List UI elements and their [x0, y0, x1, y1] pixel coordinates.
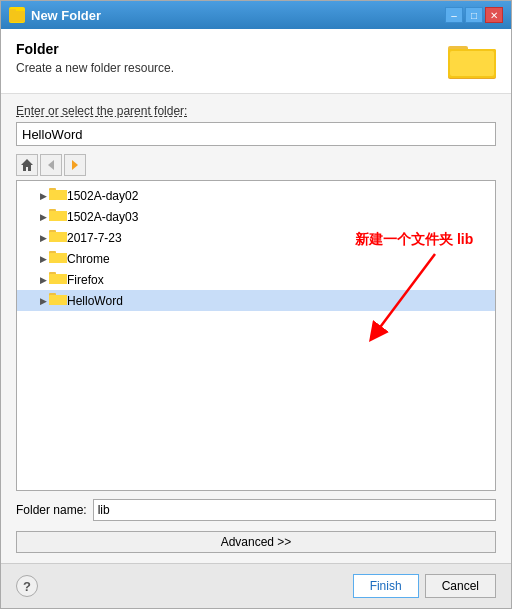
tree-label-2017-7-23: 2017-7-23: [67, 231, 122, 245]
forward-button[interactable]: [64, 154, 86, 176]
folder-icon-1502A-day03: [49, 208, 67, 225]
tree-arrow-HelloWord: ▶: [37, 295, 49, 307]
tree-label-HelloWord: HelloWord: [67, 294, 123, 308]
tree-item-1502A-day03[interactable]: ▶ 1502A-day03: [17, 206, 495, 227]
folder-icon-HelloWord: [49, 292, 67, 309]
finish-button[interactable]: Finish: [353, 574, 419, 598]
tree-label-Firefox: Firefox: [67, 273, 104, 287]
folder-icon-1502A-day02: [49, 187, 67, 204]
svg-rect-14: [49, 211, 67, 221]
minimize-button[interactable]: –: [445, 7, 463, 23]
tree-toolbar: [16, 154, 496, 176]
back-button[interactable]: [40, 154, 62, 176]
folder-name-row: Folder name:: [16, 499, 496, 521]
help-button[interactable]: ?: [16, 575, 38, 597]
parent-folder-input[interactable]: [16, 122, 496, 146]
window-controls: – □ ✕: [445, 7, 503, 23]
svg-rect-20: [49, 253, 67, 263]
header-subtitle: Create a new folder resource.: [16, 61, 174, 75]
new-folder-dialog: New Folder – □ ✕ Folder Create a new fol…: [0, 0, 512, 609]
maximize-button[interactable]: □: [465, 7, 483, 23]
svg-rect-23: [49, 274, 67, 284]
tree-arrow-1502A-day02: ▶: [37, 190, 49, 202]
tree-arrow-Chrome: ▶: [37, 253, 49, 265]
svg-marker-8: [72, 160, 78, 170]
title-bar: New Folder – □ ✕: [1, 1, 511, 29]
svg-rect-17: [49, 232, 67, 242]
svg-rect-26: [49, 295, 67, 305]
svg-marker-6: [21, 159, 33, 171]
svg-rect-11: [49, 190, 67, 200]
footer-buttons: Finish Cancel: [353, 574, 496, 598]
close-button[interactable]: ✕: [485, 7, 503, 23]
tree-item-2017-7-23[interactable]: ▶ 2017-7-23: [17, 227, 495, 248]
folder-tree[interactable]: ▶ 1502A-day02▶ 1502A-day03▶ 2017-7-23▶ C…: [16, 180, 496, 491]
header-title: Folder: [16, 41, 174, 57]
tree-arrow-1502A-day03: ▶: [37, 211, 49, 223]
folder-name-label: Folder name:: [16, 503, 87, 517]
dialog-title: New Folder: [31, 8, 101, 23]
tree-label-1502A-day03: 1502A-day03: [67, 210, 138, 224]
tree-arrow-2017-7-23: ▶: [37, 232, 49, 244]
folder-large-icon: [448, 41, 496, 81]
parent-folder-label: Enter or select the parent folder:: [16, 104, 496, 118]
cancel-button[interactable]: Cancel: [425, 574, 496, 598]
tree-arrow-Firefox: ▶: [37, 274, 49, 286]
dialog-icon: [9, 7, 25, 23]
tree-label-1502A-day02: 1502A-day02: [67, 189, 138, 203]
folder-icon-Chrome: [49, 250, 67, 267]
tree-item-Chrome[interactable]: ▶ Chrome: [17, 248, 495, 269]
header-section: Folder Create a new folder resource.: [1, 29, 511, 94]
folder-name-input[interactable]: [93, 499, 496, 521]
main-content: Enter or select the parent folder:: [1, 94, 511, 563]
tree-item-Firefox[interactable]: ▶ Firefox: [17, 269, 495, 290]
footer: ? Finish Cancel: [1, 563, 511, 608]
svg-rect-1: [9, 9, 16, 13]
folder-icon-Firefox: [49, 271, 67, 288]
home-button[interactable]: [16, 154, 38, 176]
folder-icon-2017-7-23: [49, 229, 67, 246]
tree-label-Chrome: Chrome: [67, 252, 110, 266]
tree-item-1502A-day02[interactable]: ▶ 1502A-day02: [17, 185, 495, 206]
advanced-button[interactable]: Advanced >>: [16, 531, 496, 553]
svg-marker-7: [48, 160, 54, 170]
tree-item-HelloWord[interactable]: ▶ HelloWord: [17, 290, 495, 311]
svg-rect-5: [450, 51, 494, 76]
